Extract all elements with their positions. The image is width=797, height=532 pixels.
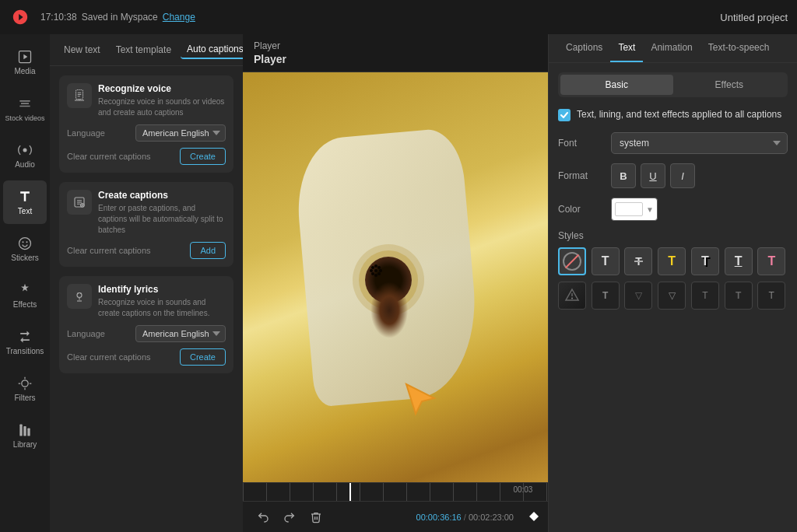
player-image [243, 72, 548, 482]
style-preview-1[interactable] [558, 282, 586, 310]
svg-point-3 [23, 241, 24, 243]
text-panel-tabs: New text Text template Auto captions « [50, 34, 243, 66]
topbar-save-status: Saved in Myspace [82, 12, 158, 23]
redo-button[interactable] [279, 506, 300, 528]
identify-lyrics-icon [67, 284, 92, 309]
undo-button[interactable] [252, 506, 274, 528]
text-panel-content: Recognize voice Recognize voice in sound… [50, 66, 243, 532]
player-title: Player [254, 53, 537, 65]
sidebar-item-filters[interactable]: Filters [3, 367, 47, 411]
svg-point-1 [23, 149, 27, 152]
recognize-voice-icon [67, 83, 92, 108]
style-5[interactable]: T [725, 247, 753, 275]
font-row: Font system [558, 132, 788, 154]
identify-lyrics-controls: Clear current captions Create [67, 348, 226, 366]
svg-marker-13 [529, 512, 539, 521]
italic-button[interactable]: I [670, 163, 695, 188]
style-preview-2[interactable]: T [592, 282, 620, 310]
styles-section: Styles T T T T T T [558, 230, 788, 310]
clear-label-3: Clear current captions [67, 352, 151, 362]
color-row: Color ▼ [558, 198, 788, 221]
delete-button[interactable] [305, 506, 327, 528]
sidebar-item-transitions[interactable]: Transitions [3, 320, 47, 364]
language-select-1[interactable]: American English [135, 124, 226, 142]
create-captions-section: Create captions Enter or paste captions,… [59, 182, 233, 267]
style-3[interactable]: T [658, 247, 686, 275]
sidebar-item-media[interactable]: Media [3, 40, 47, 84]
player-header: Player Player [243, 34, 548, 72]
player-area: Player Player [243, 34, 548, 532]
create-captions-add-btn[interactable]: Add [190, 242, 226, 259]
effects-toggle-btn[interactable]: Effects [673, 75, 786, 95]
topbar-change-link[interactable]: Change [163, 12, 195, 23]
style-4[interactable]: T [691, 247, 719, 275]
clear-label-1: Clear current captions [67, 152, 151, 161]
total-time: 00:02:23:00 [469, 513, 514, 522]
sidebar-item-stickers[interactable]: Stickers [3, 227, 47, 271]
identify-lyrics-header: Identify lyrics Recognize voice in sound… [67, 284, 226, 319]
panel-toggle: Basic Effects [558, 72, 788, 97]
identify-lyrics-create-btn[interactable]: Create [180, 348, 226, 366]
style-2[interactable]: T [624, 247, 652, 275]
format-label: Format [558, 170, 605, 181]
playhead-marker [529, 510, 539, 524]
sidebar-item-effects[interactable]: Effects [3, 274, 47, 317]
underline-button[interactable]: U [641, 163, 665, 188]
style-preview-3[interactable]: ▽ [624, 282, 652, 310]
main-layout: Media Stock videos Audio Text Stickers E… [0, 34, 797, 532]
create-captions-controls: Clear current captions Add [67, 242, 226, 259]
format-buttons: B U I [611, 163, 695, 188]
timeline-ruler-row: 00:03 [243, 482, 548, 501]
style-preview-4[interactable]: ▽ [658, 282, 686, 310]
tab-auto-captions[interactable]: Auto captions [181, 40, 243, 59]
basic-toggle-btn[interactable]: Basic [560, 75, 673, 95]
svg-point-4 [26, 241, 28, 243]
style-6[interactable]: T [757, 247, 785, 275]
tab-text-to-speech[interactable]: Text-to-speech [700, 34, 778, 62]
tab-new-text[interactable]: New text [58, 41, 107, 58]
svg-point-5 [22, 380, 28, 387]
tab-text[interactable]: Text [610, 34, 643, 62]
topbar: 17:10:38 Saved in Myspace Change Untitle… [0, 0, 797, 34]
style-preview-6[interactable]: T [725, 282, 753, 310]
style-preview-7[interactable]: T [757, 282, 785, 310]
time-separator: / [464, 513, 466, 522]
styles-label: Styles [558, 230, 788, 241]
project-title: Untitled project [720, 12, 788, 23]
create-captions-title: Create captions [98, 190, 226, 201]
svg-rect-6 [19, 425, 22, 436]
apply-all-checkbox-row: Text, lining, and text effects applied t… [558, 108, 788, 121]
recognize-voice-controls: Clear current captions Create [67, 148, 226, 165]
create-captions-icon [67, 190, 92, 215]
color-label: Color [558, 204, 605, 215]
sidebar-item-audio[interactable]: Audio [3, 134, 47, 177]
font-select[interactable]: system [611, 132, 788, 154]
color-picker[interactable]: ▼ [611, 198, 658, 221]
recognize-voice-section: Recognize voice Recognize voice in sound… [59, 75, 233, 173]
tab-captions[interactable]: Captions [558, 34, 610, 62]
tab-animation[interactable]: Animation [643, 34, 700, 62]
style-1[interactable]: T [592, 247, 620, 275]
current-time: 00:00:36:16 [416, 513, 462, 522]
apply-all-checkbox[interactable] [558, 109, 571, 121]
language-select-2[interactable]: American English [135, 325, 226, 342]
create-captions-desc: Enter or paste captions, and captions wi… [98, 203, 226, 236]
font-label: Font [558, 138, 605, 149]
recognize-voice-create-btn[interactable]: Create [180, 148, 226, 165]
apply-all-label: Text, lining, and text effects applied t… [577, 108, 781, 121]
player-breadcrumb: Player [254, 40, 537, 51]
sidebar-item-text[interactable]: Text [3, 180, 47, 224]
styles-grid: T T T T T T [558, 247, 788, 275]
bold-button[interactable]: B [611, 163, 636, 188]
tab-text-template[interactable]: Text template [110, 41, 177, 58]
svg-point-16 [571, 298, 573, 299]
language-label-1: Language [67, 128, 105, 138]
recognize-voice-title: Recognize voice [98, 83, 226, 94]
style-preview-5[interactable]: T [691, 282, 719, 310]
svg-rect-8 [27, 429, 30, 436]
sidebar-item-stock-videos[interactable]: Stock videos [3, 87, 47, 131]
style-none[interactable] [558, 247, 586, 275]
app-logo [9, 6, 31, 28]
timeline-controls [252, 506, 327, 528]
sidebar-item-library[interactable]: Library [3, 414, 47, 457]
